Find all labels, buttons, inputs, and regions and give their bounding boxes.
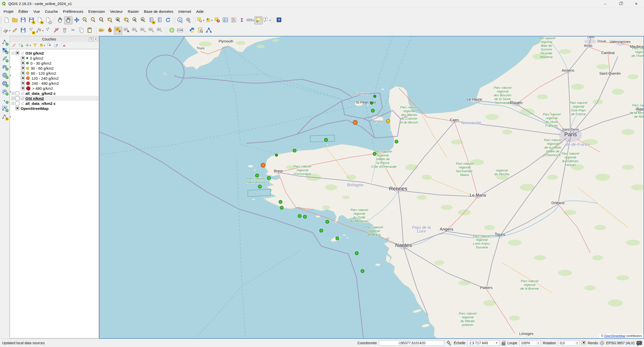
select-by-expression-button[interactable]: ε▾ — [205, 16, 213, 24]
magnifier-spin-arrows[interactable]: ▲▼ — [536, 341, 539, 345]
add-vector-layer-button[interactable]: + — [1, 38, 9, 46]
crs-globe-icon[interactable] — [600, 341, 604, 345]
select-features-dropdown-icon[interactable]: ▾ — [203, 19, 204, 22]
legend-item-30-60-g-km2[interactable]: 30 - 60 g/km2 — [11, 66, 98, 71]
layer-item-openstreetmap[interactable]: OpenStreetMap — [11, 106, 98, 111]
paste-features-button[interactable] — [85, 27, 94, 35]
osm-link[interactable]: OpenStreetMap — [604, 334, 625, 338]
visibility-checkbox[interactable] — [15, 106, 19, 110]
scale-combobox[interactable]: 1:3 717 849▼ — [467, 340, 500, 346]
visibility-checkbox[interactable] — [15, 51, 19, 55]
visibility-checkbox[interactable] — [15, 91, 19, 95]
add-spatialite-layer-button[interactable]: + — [1, 55, 9, 63]
node-tool-dropdown-icon[interactable]: ▾ — [42, 29, 44, 32]
legend-item-0-30-g-km2[interactable]: 0 - 30 g/km2 — [11, 61, 98, 66]
csw-metasearch-button[interactable]: CSW — [176, 27, 184, 35]
pan-map-button[interactable] — [64, 16, 72, 24]
panel-close-button[interactable]: ✕ — [94, 37, 98, 41]
tree-expander[interactable]: + — [12, 92, 14, 95]
filter-legend-button[interactable] — [32, 42, 38, 49]
menu-vue[interactable]: Vue — [31, 8, 42, 15]
move-label-button[interactable]: abc➜ — [139, 27, 147, 35]
zoom-in-button[interactable]: + — [81, 16, 89, 24]
add-wfs-layer-button[interactable]: +▾ — [1, 88, 9, 96]
save-layer-edits-button[interactable] — [19, 27, 27, 35]
menu-raster[interactable]: Raster — [125, 8, 141, 15]
magnifier-spinbox[interactable]: 100%▲▼ — [519, 340, 541, 346]
open-project-button[interactable] — [11, 16, 19, 24]
zoom-next-button[interactable]: ▶ — [139, 16, 147, 24]
zoom-native-button[interactable]: 1:1 — [97, 16, 106, 24]
tree-expander[interactable]: + — [12, 102, 14, 105]
toolbar-handle[interactable] — [1, 17, 2, 24]
visibility-checkbox[interactable] — [21, 61, 25, 65]
add-raster-layer-button[interactable]: + — [1, 46, 9, 55]
layer-item-all-data-g-km2-c[interactable]: +all_data_g/km2 c — [11, 91, 98, 96]
python-console-button[interactable] — [188, 27, 196, 35]
layer-item-osi-n-km2[interactable]: +OSI n/km2 — [11, 96, 98, 101]
tree-expander[interactable]: − — [12, 52, 14, 55]
layer-item-osi-g-km2[interactable]: −OSI g/km2 — [11, 51, 98, 56]
map-tips-button[interactable] — [254, 16, 263, 24]
menu-couche[interactable]: Couche — [43, 8, 61, 15]
visibility-checkbox[interactable] — [15, 101, 19, 105]
visibility-checkbox[interactable] — [21, 66, 25, 70]
minimize-button[interactable]: – — [597, 0, 613, 8]
cut-features-button[interactable]: ✂ — [69, 27, 77, 35]
visibility-checkbox[interactable] — [21, 71, 25, 75]
select-features-button[interactable]: ▾ — [196, 16, 205, 24]
identify-features-button[interactable]: i — [176, 16, 184, 24]
panel-float-button[interactable]: ❐ — [89, 37, 93, 41]
select-by-expression-dropdown-icon[interactable]: ▾ — [211, 19, 213, 22]
copy-features-button[interactable] — [77, 27, 85, 35]
node-tool-button[interactable]: ▾ — [35, 27, 44, 35]
refresh-map-button[interactable] — [164, 16, 172, 24]
pan-to-selection-button[interactable] — [72, 16, 81, 24]
text-annotation-button[interactable]: T▾ — [263, 16, 271, 24]
move-feature-button[interactable] — [44, 27, 52, 35]
help-button[interactable]: ? — [275, 16, 283, 24]
manage-visibility-dropdown-icon[interactable]: ▾ — [30, 44, 31, 47]
render-checkbox[interactable] — [582, 341, 586, 345]
delete-selected-button[interactable] — [60, 27, 69, 35]
split-features-button[interactable] — [52, 27, 60, 35]
scale-lock-icon[interactable] — [502, 342, 505, 345]
toolbar-handle[interactable] — [1, 27, 2, 34]
zoom-to-selection-button[interactable] — [122, 16, 131, 24]
osm-place-search-button[interactable] — [196, 27, 205, 35]
current-edits-button[interactable]: ▾ — [2, 27, 11, 35]
legend-item--480-g-km2[interactable]: > 480 g/km2 — [11, 86, 98, 91]
add-feature-button[interactable]: ★ — [27, 27, 35, 35]
rotation-spin-arrows[interactable]: ▲▼ — [575, 341, 578, 345]
menu-base-de-donn-es[interactable]: Base de données — [141, 8, 176, 15]
add-wms-layer-button[interactable]: +▾ — [1, 71, 9, 79]
layer-styling-button[interactable] — [11, 42, 17, 49]
tree-expander[interactable]: + — [12, 97, 14, 100]
close-button[interactable]: ✕ — [628, 0, 644, 8]
touch-zoom-button[interactable] — [56, 16, 64, 24]
add-wfs-layer-dropdown-icon[interactable]: ▾ — [10, 91, 11, 93]
new-temporary-layer-button[interactable]: ★▾ — [1, 113, 9, 121]
legend-item-0-g-km2[interactable]: 0 g/km2 — [11, 56, 98, 61]
rotation-spinbox[interactable]: 0,0▲▼ — [558, 340, 580, 346]
processing-toolbox-button[interactable] — [205, 27, 213, 35]
highlight-pinned-labels-button[interactable]: abc➊ — [122, 27, 131, 35]
current-edits-dropdown-icon[interactable]: ▾ — [9, 29, 10, 32]
add-postgis-layer-dropdown-icon[interactable]: ▾ — [10, 66, 11, 68]
add-wcs-layer-button[interactable]: + — [1, 79, 9, 88]
pin-labels-button[interactable]: ab — [114, 27, 122, 35]
menu-vecteur[interactable]: Vecteur — [107, 8, 125, 15]
menu-aide[interactable]: Aide — [194, 8, 206, 15]
manage-visibility-button[interactable]: ▾ — [25, 42, 31, 49]
expand-all-button[interactable] — [46, 42, 52, 49]
layer-labeling-options-button[interactable] — [106, 27, 114, 35]
add-postgis-layer-button[interactable]: +▾ — [1, 63, 9, 71]
statistical-summary-button[interactable]: Σ — [238, 16, 246, 24]
menu-internet[interactable]: Internet — [176, 8, 194, 15]
menu-pr-f-rences[interactable]: Préférences — [60, 8, 86, 15]
zoom-full-button[interactable] — [106, 16, 114, 24]
toggle-editing-button[interactable] — [11, 27, 19, 35]
extent-toggle-icon[interactable] — [446, 340, 452, 346]
add-delimited-text-layer-button[interactable]: ,+ — [1, 96, 9, 104]
measure-button[interactable]: ▾ — [246, 16, 254, 24]
